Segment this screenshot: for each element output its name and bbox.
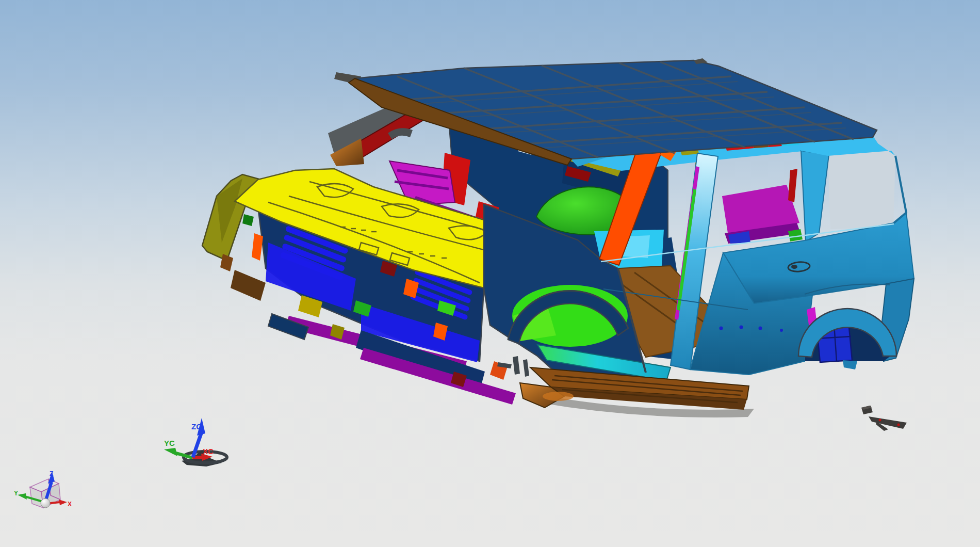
absolute-triad[interactable]: Z Y X [14,470,72,508]
wcs-y-label: YC [164,439,175,447]
wcs-triad[interactable]: ZC YC XC [164,418,227,466]
shelf-green-sliver [788,229,803,242]
wcs-x-label: XC [203,447,214,456]
cad-viewport[interactable]: ZC YC XC Z Y X [0,0,980,547]
rear-wheel-arch[interactable] [798,307,896,369]
board-copper-highlight [543,392,574,401]
abs-y-label: Y [14,490,18,497]
abs-x-arrowhead[interactable] [59,500,67,505]
quarter-inner-red [788,169,797,202]
liftgate-frame [894,156,906,223]
debris-dot-1 [879,419,881,422]
quarter-window-glassless [828,151,895,229]
wcs-y-arrowhead[interactable] [164,448,177,456]
abs-origin-sphere[interactable] [41,498,50,508]
abs-y-arrowhead[interactable] [18,493,27,500]
debris-sliver[interactable] [869,416,907,429]
abs-x-label: X [68,501,72,508]
debris-dot-2 [897,424,900,426]
loose-parts[interactable] [861,406,907,431]
abs-z-label: Z [50,470,53,477]
model-canvas[interactable]: ZC YC XC Z Y X [0,0,980,547]
c-pillar[interactable] [801,151,829,242]
wcs-z-label: ZC [191,422,202,431]
arch-tab [843,360,857,369]
